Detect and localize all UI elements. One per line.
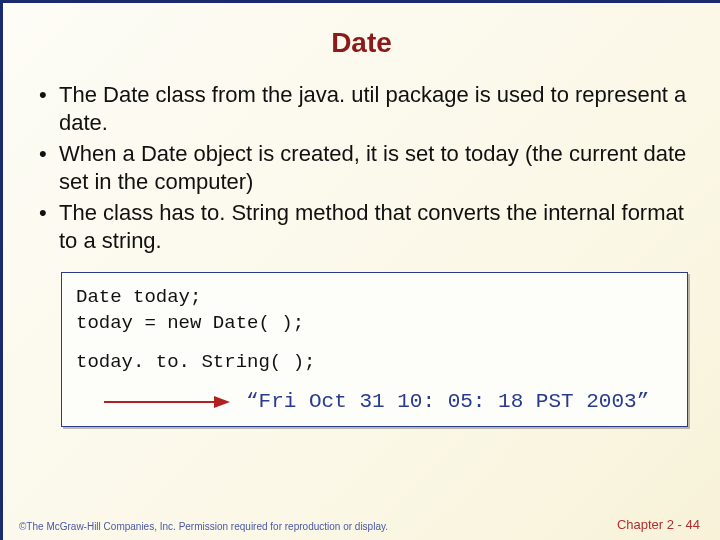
bullet-item: The Date class from the java. util packa…	[37, 81, 690, 136]
code-line: today = new Date( );	[76, 311, 673, 337]
bullet-item: When a Date object is created, it is set…	[37, 140, 690, 195]
code-box: Date today; today = new Date( ); today. …	[61, 272, 688, 427]
page-title: Date	[33, 27, 690, 59]
bullet-list: The Date class from the java. util packa…	[33, 81, 690, 258]
code-line: today. to. String( );	[76, 350, 673, 376]
copyright-text: ©The McGraw-Hill Companies, Inc. Permiss…	[19, 521, 388, 532]
footer: ©The McGraw-Hill Companies, Inc. Permiss…	[3, 517, 720, 532]
arrow-icon	[102, 393, 232, 411]
bullet-item: The class has to. String method that con…	[37, 199, 690, 254]
code-gap	[76, 336, 673, 350]
slide: Date The Date class from the java. util …	[3, 3, 720, 540]
svg-marker-1	[214, 396, 230, 408]
chapter-label: Chapter 2 - 44	[617, 517, 700, 532]
code-output: “Fri Oct 31 10: 05: 18 PST 2003”	[246, 388, 649, 416]
output-row: “Fri Oct 31 10: 05: 18 PST 2003”	[76, 388, 673, 416]
code-line: Date today;	[76, 285, 673, 311]
